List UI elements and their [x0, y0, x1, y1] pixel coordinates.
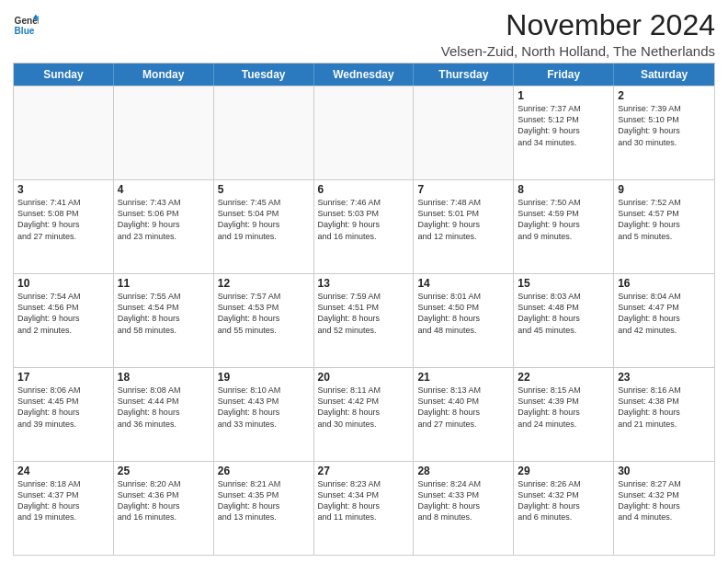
day-number-r2-c4: 14 [417, 277, 509, 290]
cal-cell-r3-c4: 21Sunrise: 8:13 AM Sunset: 4:40 PM Dayli… [414, 368, 514, 461]
cal-cell-r0-c5: 1Sunrise: 7:37 AM Sunset: 5:12 PM Daylig… [514, 86, 614, 179]
cal-cell-r3-c0: 17Sunrise: 8:06 AM Sunset: 4:45 PM Dayli… [14, 368, 114, 461]
calendar-row-0: 1Sunrise: 7:37 AM Sunset: 5:12 PM Daylig… [14, 86, 714, 179]
cal-cell-r4-c2: 26Sunrise: 8:21 AM Sunset: 4:35 PM Dayli… [214, 462, 314, 555]
day-info-r2-c4: Sunrise: 8:01 AM Sunset: 4:50 PM Dayligh… [417, 291, 509, 336]
header-wednesday: Wednesday [314, 63, 415, 86]
day-info-r2-c1: Sunrise: 7:55 AM Sunset: 4:54 PM Dayligh… [118, 291, 210, 336]
day-number-r2-c1: 11 [118, 277, 210, 290]
cal-cell-r4-c3: 27Sunrise: 8:23 AM Sunset: 4:34 PM Dayli… [314, 462, 415, 555]
cal-cell-r2-c2: 12Sunrise: 7:57 AM Sunset: 4:53 PM Dayli… [214, 274, 314, 367]
day-info-r2-c6: Sunrise: 8:04 AM Sunset: 4:47 PM Dayligh… [618, 291, 711, 336]
day-number-r1-c1: 4 [118, 183, 210, 196]
day-number-r0-c5: 1 [518, 89, 609, 102]
header: General Blue November 2024 Velsen-Zuid, … [13, 9, 715, 59]
cal-cell-r2-c1: 11Sunrise: 7:55 AM Sunset: 4:54 PM Dayli… [114, 274, 214, 367]
cal-cell-r0-c0 [14, 86, 114, 179]
day-number-r3-c5: 22 [518, 371, 609, 384]
cal-cell-r2-c3: 13Sunrise: 7:59 AM Sunset: 4:51 PM Dayli… [314, 274, 415, 367]
cal-cell-r1-c6: 9Sunrise: 7:52 AM Sunset: 4:57 PM Daylig… [614, 180, 714, 273]
day-info-r0-c5: Sunrise: 7:37 AM Sunset: 5:12 PM Dayligh… [518, 103, 609, 148]
day-info-r1-c2: Sunrise: 7:45 AM Sunset: 5:04 PM Dayligh… [218, 197, 310, 242]
day-info-r2-c2: Sunrise: 7:57 AM Sunset: 4:53 PM Dayligh… [218, 291, 310, 336]
cal-cell-r1-c2: 5Sunrise: 7:45 AM Sunset: 5:04 PM Daylig… [214, 180, 314, 273]
day-info-r4-c4: Sunrise: 8:24 AM Sunset: 4:33 PM Dayligh… [417, 478, 509, 523]
day-number-r2-c2: 12 [218, 277, 310, 290]
day-info-r4-c6: Sunrise: 8:27 AM Sunset: 4:32 PM Dayligh… [618, 478, 711, 523]
day-number-r4-c6: 30 [618, 465, 711, 477]
title-block: November 2024 Velsen-Zuid, North Holland… [441, 9, 715, 59]
day-info-r2-c0: Sunrise: 7:54 AM Sunset: 4:56 PM Dayligh… [17, 291, 109, 336]
cal-cell-r3-c2: 19Sunrise: 8:10 AM Sunset: 4:43 PM Dayli… [214, 368, 314, 461]
cal-cell-r3-c5: 22Sunrise: 8:15 AM Sunset: 4:39 PM Dayli… [514, 368, 614, 461]
day-number-r3-c1: 18 [118, 371, 210, 384]
day-number-r2-c3: 13 [318, 277, 410, 290]
header-friday: Friday [514, 63, 614, 86]
day-info-r3-c5: Sunrise: 8:15 AM Sunset: 4:39 PM Dayligh… [518, 385, 609, 430]
day-number-r2-c6: 16 [618, 277, 711, 290]
day-number-r3-c3: 20 [318, 371, 410, 384]
calendar: Sunday Monday Tuesday Wednesday Thursday… [13, 63, 715, 556]
day-info-r2-c5: Sunrise: 8:03 AM Sunset: 4:48 PM Dayligh… [518, 291, 609, 336]
day-info-r1-c0: Sunrise: 7:41 AM Sunset: 5:08 PM Dayligh… [17, 197, 109, 242]
cal-cell-r0-c3 [314, 86, 415, 179]
cal-cell-r1-c5: 8Sunrise: 7:50 AM Sunset: 4:59 PM Daylig… [514, 180, 614, 273]
cal-cell-r4-c0: 24Sunrise: 8:18 AM Sunset: 4:37 PM Dayli… [14, 462, 114, 555]
cal-cell-r3-c1: 18Sunrise: 8:08 AM Sunset: 4:44 PM Dayli… [114, 368, 214, 461]
day-info-r2-c3: Sunrise: 7:59 AM Sunset: 4:51 PM Dayligh… [318, 291, 410, 336]
location-title: Velsen-Zuid, North Holland, The Netherla… [441, 43, 715, 59]
day-number-r4-c1: 25 [118, 465, 210, 477]
day-info-r4-c0: Sunrise: 8:18 AM Sunset: 4:37 PM Dayligh… [17, 478, 109, 523]
calendar-row-3: 17Sunrise: 8:06 AM Sunset: 4:45 PM Dayli… [14, 367, 714, 461]
day-number-r2-c0: 10 [17, 277, 109, 290]
cal-cell-r4-c6: 30Sunrise: 8:27 AM Sunset: 4:32 PM Dayli… [614, 462, 714, 555]
day-number-r1-c6: 9 [618, 183, 711, 196]
cal-cell-r3-c3: 20Sunrise: 8:11 AM Sunset: 4:42 PM Dayli… [314, 368, 415, 461]
calendar-body: 1Sunrise: 7:37 AM Sunset: 5:12 PM Daylig… [14, 86, 714, 555]
day-number-r3-c6: 23 [618, 371, 711, 384]
header-monday: Monday [114, 63, 214, 86]
day-info-r3-c2: Sunrise: 8:10 AM Sunset: 4:43 PM Dayligh… [218, 385, 310, 430]
day-number-r1-c2: 5 [218, 183, 310, 196]
calendar-header: Sunday Monday Tuesday Wednesday Thursday… [14, 63, 714, 86]
header-thursday: Thursday [414, 63, 514, 86]
cal-cell-r1-c3: 6Sunrise: 7:46 AM Sunset: 5:03 PM Daylig… [314, 180, 415, 273]
day-number-r4-c2: 26 [218, 465, 310, 477]
cal-cell-r4-c4: 28Sunrise: 8:24 AM Sunset: 4:33 PM Dayli… [414, 462, 514, 555]
day-info-r3-c4: Sunrise: 8:13 AM Sunset: 4:40 PM Dayligh… [417, 385, 509, 430]
logo: General Blue [13, 13, 39, 39]
svg-text:Blue: Blue [15, 26, 35, 36]
day-info-r1-c5: Sunrise: 7:50 AM Sunset: 4:59 PM Dayligh… [518, 197, 609, 242]
calendar-row-1: 3Sunrise: 7:41 AM Sunset: 5:08 PM Daylig… [14, 179, 714, 273]
cal-cell-r2-c6: 16Sunrise: 8:04 AM Sunset: 4:47 PM Dayli… [614, 274, 714, 367]
day-number-r4-c4: 28 [417, 465, 509, 477]
cal-cell-r2-c4: 14Sunrise: 8:01 AM Sunset: 4:50 PM Dayli… [414, 274, 514, 367]
cal-cell-r0-c6: 2Sunrise: 7:39 AM Sunset: 5:10 PM Daylig… [614, 86, 714, 179]
day-info-r3-c1: Sunrise: 8:08 AM Sunset: 4:44 PM Dayligh… [118, 385, 210, 430]
cal-cell-r2-c0: 10Sunrise: 7:54 AM Sunset: 4:56 PM Dayli… [14, 274, 114, 367]
day-number-r4-c5: 29 [518, 465, 609, 477]
day-number-r0-c6: 2 [618, 89, 711, 102]
cal-cell-r1-c1: 4Sunrise: 7:43 AM Sunset: 5:06 PM Daylig… [114, 180, 214, 273]
cal-cell-r0-c4 [414, 86, 514, 179]
cal-cell-r2-c5: 15Sunrise: 8:03 AM Sunset: 4:48 PM Dayli… [514, 274, 614, 367]
page: General Blue November 2024 Velsen-Zuid, … [0, 0, 728, 563]
day-number-r1-c3: 6 [318, 183, 410, 196]
day-number-r3-c4: 21 [417, 371, 509, 384]
day-info-r1-c3: Sunrise: 7:46 AM Sunset: 5:03 PM Dayligh… [318, 197, 410, 242]
month-title: November 2024 [441, 9, 715, 41]
day-info-r0-c6: Sunrise: 7:39 AM Sunset: 5:10 PM Dayligh… [618, 103, 711, 148]
day-info-r4-c3: Sunrise: 8:23 AM Sunset: 4:34 PM Dayligh… [318, 478, 410, 523]
cal-cell-r3-c6: 23Sunrise: 8:16 AM Sunset: 4:38 PM Dayli… [614, 368, 714, 461]
cal-cell-r0-c1 [114, 86, 214, 179]
cal-cell-r0-c2 [214, 86, 314, 179]
day-info-r3-c0: Sunrise: 8:06 AM Sunset: 4:45 PM Dayligh… [17, 385, 109, 430]
calendar-row-4: 24Sunrise: 8:18 AM Sunset: 4:37 PM Dayli… [14, 461, 714, 555]
cal-cell-r1-c0: 3Sunrise: 7:41 AM Sunset: 5:08 PM Daylig… [14, 180, 114, 273]
header-sunday: Sunday [14, 63, 114, 86]
day-number-r4-c3: 27 [318, 465, 410, 477]
day-info-r4-c2: Sunrise: 8:21 AM Sunset: 4:35 PM Dayligh… [218, 478, 310, 523]
cal-cell-r4-c5: 29Sunrise: 8:26 AM Sunset: 4:32 PM Dayli… [514, 462, 614, 555]
day-info-r1-c1: Sunrise: 7:43 AM Sunset: 5:06 PM Dayligh… [118, 197, 210, 242]
header-tuesday: Tuesday [214, 63, 314, 86]
